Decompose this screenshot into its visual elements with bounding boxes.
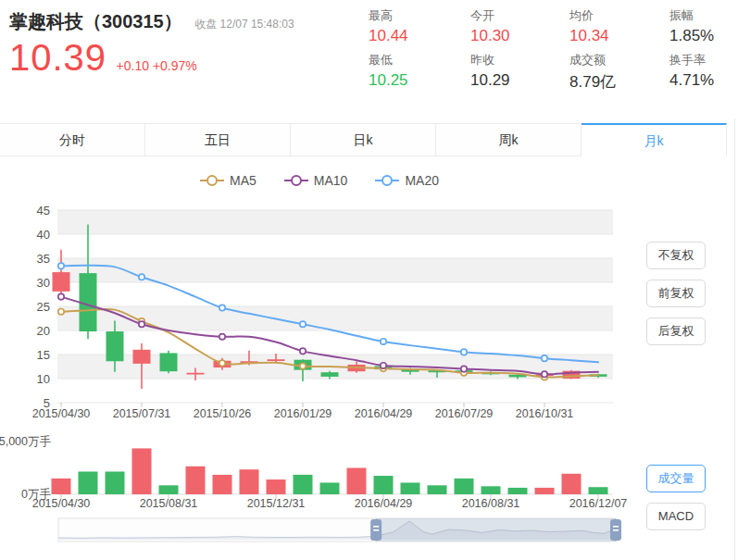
page-right-divider — [734, 118, 735, 560]
stat-cell-6: 成交额8.79亿 — [569, 52, 669, 96]
svg-text:2015/12/31: 2015/12/31 — [247, 497, 306, 510]
legend-item-MA10[interactable]: MA10 — [284, 173, 348, 188]
stat-cell-2: 均价10.34 — [569, 7, 669, 52]
period-tabs: 分时五日日k周k月k — [0, 123, 727, 156]
stat-cell-5: 昨收10.29 — [470, 52, 569, 96]
legend-circle — [206, 175, 218, 186]
tab-日k[interactable]: 日k — [291, 123, 436, 156]
stat-value: 10.34 — [569, 27, 669, 45]
legend-marker-icon — [375, 175, 399, 186]
stat-label: 最高 — [369, 7, 470, 24]
adjust-button-不复权[interactable]: 不复权 — [646, 242, 706, 269]
stats-grid: 最高10.44今开10.30均价10.34振幅1.85%最低10.25昨收10.… — [369, 7, 738, 96]
adjust-button-前复权[interactable]: 前复权 — [646, 280, 706, 307]
svg-text:2016/10/31: 2016/10/31 — [516, 407, 574, 420]
svg-text:5,000万手: 5,000万手 — [0, 435, 51, 448]
stat-cell-4: 最低10.25 — [369, 52, 470, 96]
svg-text:2015/04/30: 2015/04/30 — [32, 407, 91, 420]
legend-label: MA20 — [405, 173, 439, 188]
stat-label: 换手率 — [669, 52, 738, 68]
svg-text:2016/07/29: 2016/07/29 — [435, 407, 494, 420]
svg-text:30: 30 — [37, 276, 50, 290]
stat-cell-7: 换手率4.71% — [669, 52, 738, 96]
svg-text:2015/10/26: 2015/10/26 — [194, 407, 252, 420]
stock-header: 掌趣科技（300315） 收盘 12/07 15:48:03 — [9, 9, 294, 34]
legend-marker-icon — [284, 175, 308, 186]
legend-marker-icon — [200, 175, 224, 186]
stat-label: 振幅 — [669, 7, 738, 24]
legend-label: MA10 — [314, 173, 348, 188]
svg-text:2015/04/30: 2015/04/30 — [32, 497, 91, 510]
stat-cell-1: 今开10.30 — [470, 7, 569, 52]
svg-text:45: 45 — [37, 204, 50, 218]
svg-text:2015/07/31: 2015/07/31 — [113, 407, 171, 420]
stat-value: 1.85% — [669, 27, 738, 45]
volume-chart[interactable]: 5,000万手0万手2015/04/302015/08/312015/12/31… — [0, 426, 639, 511]
svg-text:2016/01/29: 2016/01/29 — [274, 407, 332, 420]
svg-text:15: 15 — [37, 348, 50, 362]
stat-cell-3: 振幅1.85% — [669, 7, 738, 52]
price-row: 10.39 +0.10 +0.97% — [9, 37, 197, 79]
price-change: +0.10 +0.97% — [117, 58, 197, 73]
legend-circle — [291, 175, 302, 186]
selected-window[interactable] — [376, 518, 616, 541]
indicator-button-MACD[interactable]: MACD — [646, 503, 706, 530]
adjust-button-后复权[interactable]: 后复权 — [646, 317, 706, 345]
stat-value: 10.30 — [470, 27, 569, 45]
kline-chart[interactable]: 510152025303540452015/04/302015/07/31201… — [0, 204, 639, 426]
datazoom-slider[interactable] — [0, 511, 639, 557]
tab-五日[interactable]: 五日 — [145, 123, 291, 156]
tab-月k[interactable]: 月k — [582, 123, 727, 156]
svg-text:2016/12/07: 2016/12/07 — [569, 497, 628, 510]
stat-label: 最低 — [369, 52, 470, 68]
stat-value: 4.71% — [669, 71, 738, 90]
svg-text:25: 25 — [37, 300, 50, 314]
svg-text:40: 40 — [37, 228, 50, 242]
legend-item-MA20[interactable]: MA20 — [375, 173, 439, 188]
tab-周k[interactable]: 周k — [436, 123, 582, 156]
stat-value: 10.44 — [369, 27, 470, 45]
svg-text:2016/04/29: 2016/04/29 — [355, 497, 413, 510]
svg-text:10: 10 — [37, 372, 50, 386]
close-time-label: 收盘 12/07 15:48:03 — [194, 18, 294, 31]
svg-text:2016/04/29: 2016/04/29 — [355, 407, 413, 420]
stat-label: 均价 — [569, 7, 669, 24]
legend-label: MA5 — [230, 173, 256, 188]
current-price: 10.39 — [9, 37, 106, 78]
svg-text:2015/08/31: 2015/08/31 — [140, 497, 198, 510]
tab-分时[interactable]: 分时 — [0, 123, 145, 156]
svg-text:2016/08/31: 2016/08/31 — [462, 497, 520, 510]
stat-value: 8.79亿 — [569, 71, 669, 93]
svg-text:35: 35 — [37, 252, 50, 266]
stat-value: 10.29 — [470, 71, 569, 90]
stat-label: 今开 — [470, 7, 569, 24]
stat-label: 成交额 — [569, 52, 669, 68]
svg-text:20: 20 — [37, 324, 50, 338]
indicator-button-成交量[interactable]: 成交量 — [646, 465, 706, 492]
ma-legend: MA5MA10MA20 — [0, 173, 639, 188]
stock-detail-page: 掌趣科技（300315） 收盘 12/07 15:48:03 10.39 +0.… — [0, 0, 738, 560]
stock-title: 掌趣科技（300315） — [9, 11, 182, 31]
stat-label: 昨收 — [470, 52, 569, 68]
stat-cell-0: 最高10.44 — [369, 7, 470, 52]
legend-circle — [382, 175, 393, 186]
stat-value: 10.25 — [369, 71, 470, 90]
legend-item-MA5[interactable]: MA5 — [200, 173, 256, 188]
